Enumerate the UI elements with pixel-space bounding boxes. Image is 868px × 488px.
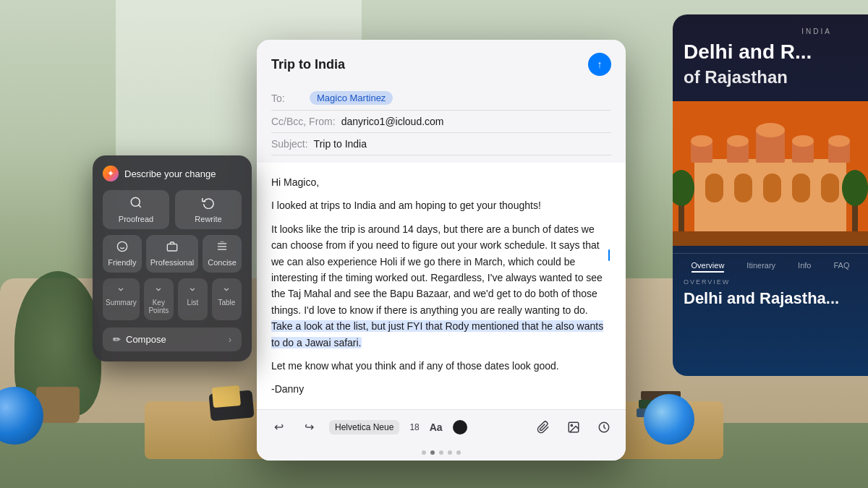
- email-subject-field: Subject: Trip to India: [271, 133, 611, 155]
- svg-rect-6: [821, 174, 839, 202]
- professional-button[interactable]: Professional: [146, 235, 199, 273]
- concise-icon: [216, 241, 228, 255]
- image-button[interactable]: [563, 417, 584, 437]
- list-label: List: [187, 299, 199, 307]
- font-selector[interactable]: Helvetica Neue: [329, 420, 399, 435]
- text-cursor: [608, 249, 610, 261]
- phone-on-table: [208, 390, 254, 421]
- nav-itinerary[interactable]: Itinerary: [746, 261, 775, 273]
- attachment-button[interactable]: [533, 417, 553, 437]
- text-color-button[interactable]: [453, 420, 467, 435]
- redo-button[interactable]: ↪: [299, 417, 319, 437]
- panel-title: Delhi and R... of Rajasthan: [684, 40, 857, 88]
- friendly-label: Friendly: [108, 258, 136, 267]
- decorative-sphere-right: [644, 394, 694, 445]
- rewrite-icon: [202, 196, 215, 212]
- svg-point-8: [691, 135, 712, 147]
- email-compose-panel: Trip to India ↑ To: Magico Martinez Cc/B…: [257, 40, 626, 461]
- signature: -Danny: [271, 381, 611, 397]
- ai-panel-header: ✦ Describe your change: [103, 166, 242, 181]
- svg-point-14: [792, 135, 814, 147]
- concise-label: Concise: [208, 258, 237, 267]
- website-nav: Overview Itinerary Info FAQ: [673, 253, 868, 280]
- intro-line: I looked at trips to India and am hoping…: [271, 197, 611, 213]
- from-address: danyrico1@icloud.com: [341, 116, 444, 127]
- travel-website-panel: INDIA Delhi and R... of Rajasthan: [673, 14, 868, 376]
- body-paragraph-1: It looks like the trip is around 14 days…: [271, 221, 611, 351]
- svg-rect-3: [734, 174, 752, 202]
- overview-title: Delhi and Rajastha...: [684, 289, 857, 308]
- table-icon: [221, 284, 231, 296]
- svg-rect-2: [705, 174, 723, 202]
- svg-rect-5: [792, 174, 810, 202]
- ai-writing-tools-panel: ✦ Describe your change Proofread Rewrite: [93, 155, 252, 361]
- undo-button[interactable]: ↩: [268, 417, 289, 437]
- recipient-chip[interactable]: Magico Martinez: [310, 91, 393, 105]
- key-points-label: Key Points: [147, 299, 171, 314]
- email-toolbar: ↩ ↪ Helvetica Neue 18 Aa: [257, 409, 626, 445]
- timer-button[interactable]: [594, 417, 614, 437]
- list-icon: [187, 284, 197, 296]
- chevron-right-icon: ›: [229, 335, 231, 345]
- friendly-button[interactable]: Friendly: [103, 235, 142, 273]
- professional-icon: [166, 241, 178, 255]
- email-body[interactable]: Hi Magico, I looked at trips to India an…: [257, 163, 626, 409]
- body-paragraph-2: Let me know what you think and if any of…: [271, 358, 611, 374]
- ai-tone-buttons: Friendly Professional Concise: [103, 235, 242, 273]
- nav-overview[interactable]: Overview: [692, 261, 725, 273]
- page-dots: [257, 445, 626, 461]
- greeting: Hi Magico,: [271, 174, 611, 190]
- to-label: To:: [271, 93, 304, 104]
- dot-5: [456, 450, 461, 455]
- svg-point-27: [117, 241, 127, 251]
- email-header: Trip to India ↑ To: Magico Martinez Cc/B…: [257, 40, 626, 163]
- compose-icon: ✏: [113, 334, 121, 345]
- dot-3: [439, 450, 443, 455]
- list-button[interactable]: List: [178, 278, 208, 320]
- svg-line-26: [138, 205, 140, 207]
- svg-point-10: [727, 135, 749, 147]
- ai-icon: ✦: [103, 166, 119, 181]
- email-ccbcc-field: Cc/Bcc, From: danyrico1@icloud.com: [271, 111, 611, 133]
- text-format-button[interactable]: Aa: [430, 421, 443, 433]
- table-button[interactable]: Table: [212, 278, 242, 320]
- subject-value: Trip to India: [314, 138, 367, 150]
- summary-icon: [116, 284, 126, 296]
- rewrite-label: Rewrite: [195, 215, 221, 223]
- compose-button[interactable]: ✏ Compose ›: [103, 328, 242, 351]
- nav-faq[interactable]: FAQ: [833, 261, 849, 273]
- dot-2: [430, 450, 435, 455]
- proofread-icon: [129, 196, 142, 212]
- summary-label: Summary: [106, 299, 137, 307]
- ai-panel-title: Describe your change: [124, 168, 216, 179]
- font-size[interactable]: 18: [409, 422, 419, 432]
- svg-rect-30: [167, 244, 176, 251]
- email-to-field: To: Magico Martinez: [271, 86, 611, 111]
- send-button[interactable]: ↑: [588, 53, 611, 76]
- compose-label: Compose: [126, 334, 166, 345]
- email-title-row: Trip to India ↑: [271, 53, 611, 76]
- svg-point-21: [842, 170, 868, 206]
- summary-button[interactable]: Summary: [103, 278, 140, 320]
- ccbcc-label: Cc/Bcc, From:: [271, 116, 336, 127]
- key-points-icon: [153, 284, 163, 296]
- ai-format-buttons: Summary Key Points List: [103, 278, 242, 320]
- proofread-button[interactable]: Proofread: [103, 190, 169, 229]
- rewrite-button[interactable]: Rewrite: [175, 190, 242, 229]
- professional-label: Professional: [150, 258, 195, 267]
- email-title: Trip to India: [271, 57, 345, 72]
- table-label: Table: [218, 299, 236, 307]
- key-points-button[interactable]: Key Points: [144, 278, 174, 320]
- dot-4: [448, 450, 452, 455]
- svg-rect-4: [763, 174, 781, 202]
- nav-info[interactable]: Info: [798, 261, 811, 273]
- svg-point-25: [131, 197, 140, 206]
- friendly-icon: [116, 241, 128, 255]
- svg-rect-17: [673, 231, 868, 246]
- subject-label: Subject:: [271, 138, 308, 150]
- country-label: INDIA: [801, 27, 832, 35]
- concise-button[interactable]: Concise: [203, 235, 242, 273]
- svg-point-12: [756, 123, 785, 137]
- svg-point-23: [571, 424, 572, 426]
- svg-point-16: [828, 135, 850, 147]
